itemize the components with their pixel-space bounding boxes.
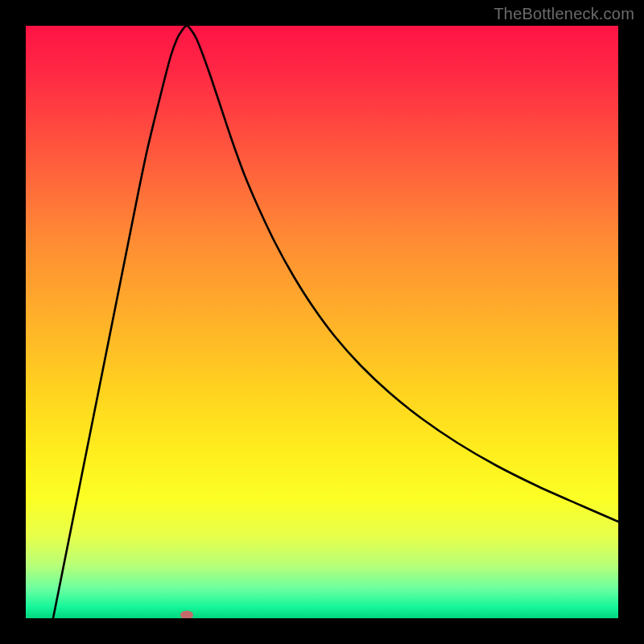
chart-frame: TheBottleneck.com [0,0,644,644]
watermark-label: TheBottleneck.com [493,5,634,23]
bottleneck-curve [52,26,618,618]
plot-area [26,26,618,618]
curve-svg [26,26,618,618]
min-marker [180,611,193,619]
